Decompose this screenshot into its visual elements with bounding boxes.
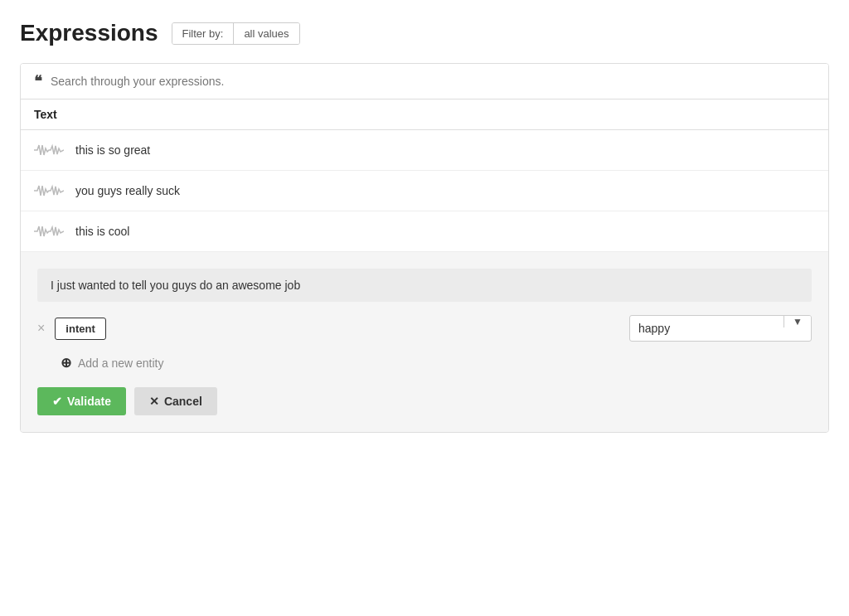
list-item[interactable]: you guys really suck — [21, 171, 828, 211]
wave-icon — [34, 142, 64, 158]
add-entity-row[interactable]: ⊕ Add a new entity — [37, 355, 812, 371]
page-header: Expressions Filter by: all values — [20, 20, 829, 46]
edit-expression-text: I just wanted to tell you guys do an awe… — [37, 269, 812, 302]
checkmark-icon: ✔ — [52, 395, 62, 408]
expression-text: this is cool — [75, 225, 129, 238]
page-title: Expressions — [20, 20, 158, 46]
cancel-button[interactable]: ✕ Cancel — [134, 387, 217, 415]
edit-panel: I just wanted to tell you guys do an awe… — [21, 252, 828, 432]
text-column-header: Text — [34, 108, 57, 121]
validate-label: Validate — [67, 395, 111, 408]
search-input[interactable] — [51, 75, 815, 88]
chevron-down-icon: ▼ — [784, 316, 811, 327]
filter-value-button[interactable]: all values — [233, 23, 298, 44]
expression-text: you guys really suck — [75, 184, 180, 197]
intent-select[interactable]: happy sad neutral angry — [630, 316, 784, 341]
entity-tag: intent — [55, 318, 105, 340]
add-entity-icon: ⊕ — [61, 355, 71, 371]
list-item[interactable]: this is so great — [21, 130, 828, 171]
filter-by-label: Filter by: — [172, 23, 234, 44]
action-buttons: ✔ Validate ✕ Cancel — [37, 387, 812, 415]
wave-icon — [34, 223, 64, 240]
remove-entity-button[interactable]: × — [37, 322, 45, 335]
cross-icon: ✕ — [149, 395, 159, 408]
filter-bar: Filter by: all values — [172, 22, 300, 45]
intent-select-wrapper: happy sad neutral angry ▼ — [629, 315, 812, 342]
wave-icon — [34, 182, 64, 199]
cancel-label: Cancel — [164, 395, 202, 408]
entity-row: × intent happy sad neutral angry ▼ — [37, 315, 812, 342]
search-row: ❝ — [21, 64, 828, 99]
expression-text: this is so great — [75, 143, 150, 157]
column-header-row: Text — [21, 99, 828, 130]
list-item[interactable]: this is cool — [21, 211, 828, 252]
add-entity-label: Add a new entity — [78, 357, 164, 370]
quote-icon: ❝ — [34, 74, 42, 89]
expressions-container: ❝ Text this is so great you guys really … — [20, 63, 829, 433]
validate-button[interactable]: ✔ Validate — [37, 387, 126, 415]
